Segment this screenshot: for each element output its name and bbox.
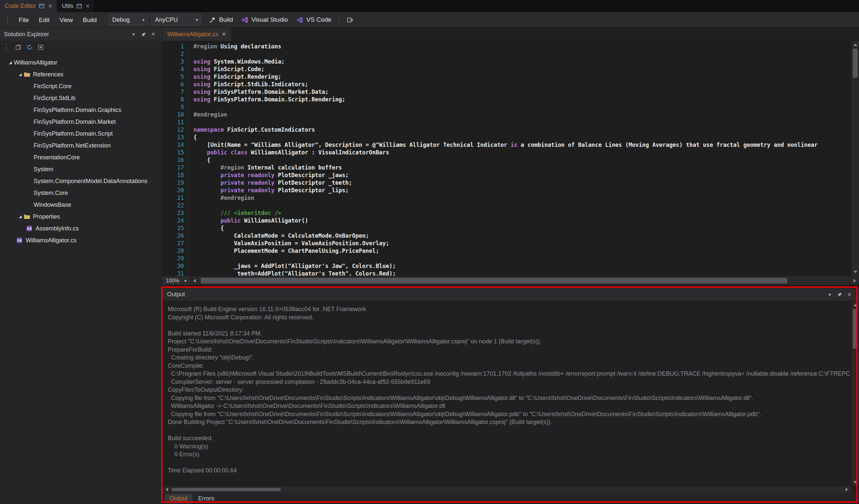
window-tab-label: Utils — [62, 3, 74, 10]
line-number: 5 — [163, 73, 184, 81]
tree-item-finsysplatform-domain-script[interactable]: FinSysPlatform.Domain.Script — [0, 128, 162, 140]
tree-item-presentationcore[interactable]: PresentationCore — [0, 152, 162, 163]
window-tab-label: Code Editor — [5, 3, 36, 10]
tree-item-system[interactable]: System — [0, 163, 162, 175]
close-tab-icon[interactable]: ✕ — [48, 3, 52, 9]
panel-splitter[interactable] — [163, 285, 859, 288]
code-area[interactable]: #region Using declarations using System.… — [189, 41, 851, 276]
code-line: #region Using declarations — [194, 43, 851, 50]
close-tab-icon[interactable]: ✕ — [222, 31, 226, 37]
scroll-down-arrow[interactable] — [854, 271, 857, 273]
scroll-track[interactable] — [852, 49, 859, 268]
configuration-dropdown[interactable]: Debug ▾ — [108, 15, 148, 25]
chevron-down-icon[interactable]: ▾ — [129, 31, 138, 37]
editor-horizontal-scrollbar[interactable] — [190, 276, 859, 285]
tree-item-williamsalligator-cs[interactable]: C#WilliamsAlligator.cs — [0, 234, 162, 246]
line-number: 21 — [163, 194, 184, 202]
zoom-control[interactable]: 100% ▾ — [163, 276, 190, 285]
close-panel-icon[interactable]: ✕ — [148, 31, 158, 37]
tree-item-williamsalligator[interactable]: WilliamsAlligator — [0, 57, 162, 68]
window-tab-bar: Code Editor✕Utils✕ — [0, 0, 859, 12]
expander-icon[interactable] — [16, 215, 24, 218]
scroll-left-arrow[interactable] — [165, 488, 168, 491]
code-line: public class WilliamsAlligator : VisualI… — [194, 149, 851, 156]
scroll-thumb[interactable] — [853, 309, 858, 349]
scroll-up-arrow[interactable] — [854, 304, 857, 306]
tree-item-label: Properties — [33, 213, 60, 220]
code-line: using FinScript.Code; — [194, 65, 851, 73]
svg-text:C#: C# — [17, 239, 22, 242]
line-number: 18 — [163, 172, 184, 179]
editor-vertical-scrollbar[interactable] — [851, 41, 859, 276]
open-in-window-button[interactable] — [343, 14, 358, 26]
vscode-button[interactable]: VS Code — [292, 14, 335, 26]
scroll-left-arrow[interactable] — [193, 279, 196, 283]
chevron-down-icon[interactable]: ▾ — [825, 292, 834, 298]
menu-build[interactable]: Build — [78, 13, 102, 27]
code-line: _teeth=AddPlot("Alligator's Teeth", Colo… — [194, 270, 851, 276]
output-log[interactable]: Microsoft (R) Build Engine version 16.11… — [163, 301, 851, 486]
tree-item-finsysplatform-domain-graphics[interactable]: FinSysPlatform.Domain.Graphics — [0, 104, 162, 116]
platform-dropdown[interactable]: AnyCPU ▾ — [151, 15, 201, 25]
code-line: /// <inheritdoc /> — [194, 209, 851, 217]
chevron-down-icon: ▾ — [184, 278, 186, 283]
tree-item-properties[interactable]: Properties — [0, 211, 162, 222]
solution-explorer-header: Solution Explorer ▾ ✕ — [0, 28, 162, 41]
scroll-up-arrow[interactable] — [854, 44, 857, 46]
tree-item-finscript-core[interactable]: FinScript.Core — [0, 80, 162, 92]
scroll-right-arrow[interactable] — [854, 279, 856, 283]
close-tab-icon[interactable]: ✕ — [86, 3, 90, 9]
code-line: private readonly PlotDescriptor _teeth; — [194, 179, 851, 187]
tree-item-assemblyinfo-cs[interactable]: C#AssemblyInfo.cs — [0, 222, 162, 234]
output-log-line: Creating directory "obj\Debug\". — [168, 353, 851, 362]
window-tab[interactable]: Utils✕ — [57, 0, 95, 12]
visual-studio-label: Visual Studio — [252, 16, 288, 23]
expander-icon[interactable] — [6, 61, 14, 64]
window-tab-icon — [39, 3, 45, 9]
output-bottom-tab-output[interactable]: Output — [165, 494, 192, 503]
visual-studio-button[interactable]: Visual Studio — [237, 14, 292, 26]
toolbar-grip[interactable]: ⋮ — [1, 44, 13, 51]
tree-item-system-core[interactable]: System.Core — [0, 187, 162, 199]
pin-icon[interactable] — [138, 32, 148, 37]
pin-icon[interactable] — [834, 292, 844, 297]
scroll-right-arrow[interactable] — [845, 488, 848, 491]
tree-item-system-componentmodel-dataannotations[interactable]: System.ComponentModel.DataAnnotations — [0, 175, 162, 187]
refresh-icon[interactable] — [24, 45, 35, 50]
output-log-line: CopyFilesToOutputDirectory: — [168, 386, 851, 394]
scroll-thumb[interactable] — [172, 488, 281, 491]
tree-item-references[interactable]: References — [0, 68, 162, 80]
scroll-track[interactable] — [199, 276, 850, 285]
menu-view[interactable]: View — [55, 13, 78, 27]
main-menubar: ⋮ FileEditViewBuild Debug ▾ AnyCPU ▾ Bui… — [0, 12, 859, 28]
code-line: CalculateMode = CalculateMode.OnBarOpen; — [194, 232, 851, 240]
file-tab[interactable]: WilliamsAlligator.cs ✕ — [163, 28, 231, 41]
scroll-thumb[interactable] — [201, 278, 787, 283]
toolbar-grip[interactable]: ⋮ — [3, 16, 14, 23]
copy-items-icon[interactable] — [13, 45, 24, 50]
output-log-line: Microsoft (R) Build Engine version 16.11… — [168, 305, 851, 313]
scroll-thumb[interactable] — [853, 49, 858, 78]
tree-item-finsysplatform-netextension[interactable]: FinSysPlatform.NetExtension — [0, 140, 162, 152]
line-number: 27 — [163, 240, 184, 247]
tree-item-finsysplatform-domain-market[interactable]: FinSysPlatform.Domain.Market — [0, 116, 162, 128]
tree-item-windowsbase[interactable]: WindowsBase — [0, 199, 162, 211]
add-item-icon[interactable] — [35, 45, 46, 50]
output-bottom-tab-errors[interactable]: Errors — [194, 494, 219, 503]
output-vertical-scrollbar[interactable] — [851, 301, 859, 486]
output-log-line: CoreCompile: — [168, 362, 851, 370]
window-tab[interactable]: Code Editor✕ — [0, 0, 57, 12]
close-panel-icon[interactable]: ✕ — [844, 292, 854, 298]
menu-file[interactable]: File — [14, 13, 34, 27]
code-line: ValueAxisPosition = ValueAxisPosition.Ov… — [194, 240, 851, 247]
menu-edit[interactable]: Edit — [34, 13, 55, 27]
tree-item-finscript-stdlib[interactable]: FinScript.StdLib — [0, 92, 162, 104]
panel-title: Solution Explorer — [4, 31, 49, 38]
build-button[interactable]: Build — [205, 14, 237, 26]
line-number: 7 — [163, 88, 184, 96]
scroll-track[interactable] — [171, 486, 843, 493]
output-horizontal-scrollbar[interactable] — [163, 486, 851, 493]
expander-icon[interactable] — [16, 73, 24, 76]
scroll-down-arrow[interactable] — [854, 481, 857, 484]
scroll-track[interactable] — [852, 309, 859, 478]
